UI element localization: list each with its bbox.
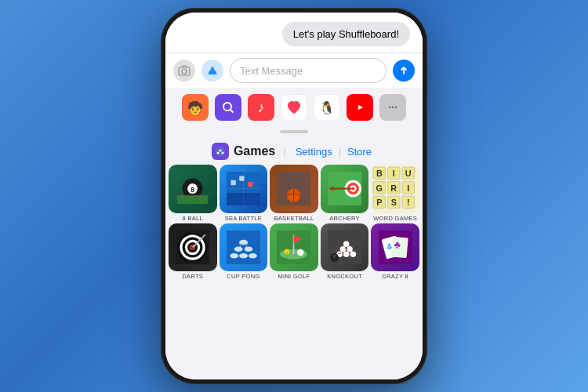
game-item-cuppong[interactable]: CUP PONG <box>220 223 268 281</box>
svg-point-75 <box>340 246 347 252</box>
game-label-archery: ARCHERY <box>329 215 360 222</box>
game-thumb-seabattle <box>220 165 268 213</box>
svg-text:I: I <box>393 169 395 178</box>
store-nav-item[interactable]: Store <box>343 146 376 158</box>
game-item-minigolf[interactable]: ★ MINI GOLF <box>270 223 318 281</box>
svg-text:S: S <box>391 198 397 207</box>
svg-point-68 <box>299 251 300 252</box>
music-app-icon[interactable]: ♪ <box>248 94 274 121</box>
svg-point-77 <box>343 241 350 247</box>
handle-bar <box>280 130 308 133</box>
game-item-knockout[interactable]: KNOCKOUT <box>321 223 369 281</box>
penguin-app-icon[interactable]: 🐧 <box>314 94 340 121</box>
svg-point-5 <box>216 152 219 154</box>
memoji-app-icon[interactable]: 🧒 <box>182 94 209 121</box>
games-title: Games <box>234 144 275 158</box>
game-item-wordgames[interactable]: B I U G R I P <box>371 165 419 222</box>
appstore-icon-btn[interactable] <box>201 60 223 82</box>
svg-text:P: P <box>377 198 383 207</box>
message-text: Let's play Shuffleboard! <box>293 28 399 40</box>
camera-icon-btn[interactable] <box>173 60 195 82</box>
svg-point-7 <box>221 152 223 154</box>
message-bubble: Let's play Shuffleboard! <box>282 22 410 46</box>
svg-point-58 <box>239 240 248 245</box>
nav-divider1: | <box>280 146 289 158</box>
game-item-archery[interactable]: ARCHERY <box>321 165 369 222</box>
game-thumb-darts <box>169 223 217 272</box>
svg-point-83 <box>334 256 336 258</box>
game-item-darts[interactable]: DARTS <box>169 223 217 281</box>
svg-text:B: B <box>376 169 383 178</box>
settings-nav-item[interactable]: Settings <box>291 146 337 158</box>
game-thumb-8ball: 8 <box>169 165 217 213</box>
svg-rect-57 <box>227 230 260 264</box>
svg-point-82 <box>335 255 336 256</box>
svg-point-76 <box>347 246 353 252</box>
more-apps-icon[interactable]: ··· <box>379 94 406 121</box>
svg-point-1 <box>182 69 187 74</box>
message-area: Let's play Shuffleboard! <box>165 13 423 53</box>
svg-rect-15 <box>230 180 235 185</box>
phone-frame: Let's play Shuffleboard! Text Message <box>161 8 427 384</box>
game-item-crazyb[interactable]: 4 ♣ CRAZY 8 <box>371 223 419 281</box>
svg-point-62 <box>239 253 248 258</box>
game-label-cuppong: CUP PONG <box>227 273 260 280</box>
svg-rect-11 <box>177 195 208 204</box>
svg-point-63 <box>249 253 257 258</box>
nav-divider2: | <box>339 146 341 158</box>
game-label-wordgames: WORD GAMES <box>373 215 417 222</box>
input-bar: Text Message <box>165 53 423 88</box>
svg-point-60 <box>244 246 252 251</box>
svg-text:G: G <box>376 183 383 193</box>
text-message-input[interactable]: Text Message <box>230 58 387 83</box>
svg-point-74 <box>350 251 357 257</box>
game-item-8ball[interactable]: 8 8 BALL <box>169 165 217 222</box>
game-item-basketball[interactable]: BASKETBALL <box>270 165 318 222</box>
game-label-8ball: 8 BALL <box>183 215 203 222</box>
svg-point-67 <box>297 249 304 256</box>
search-app-icon[interactable] <box>215 94 241 121</box>
game-label-minigolf: MINI GOLF <box>278 273 310 280</box>
svg-text:★: ★ <box>285 250 289 254</box>
game-thumb-minigolf: ★ <box>270 223 318 272</box>
svg-text:U: U <box>405 169 412 178</box>
game-label-darts: DARTS <box>182 273 203 280</box>
games-panel: Games | Settings | Store 8 <box>165 136 423 379</box>
svg-point-81 <box>332 255 334 256</box>
phone-screen: Let's play Shuffleboard! Text Message <box>165 13 423 379</box>
fitness-app-icon[interactable] <box>281 94 307 121</box>
game-thumb-cuppong <box>220 223 268 272</box>
games-grid-row1: 8 8 BALL <box>165 165 423 222</box>
game-item-seabattle[interactable]: SEA BATTLE <box>220 165 268 222</box>
svg-text:8: 8 <box>191 186 194 194</box>
send-button[interactable] <box>393 60 415 82</box>
game-label-basketball: BASKETBALL <box>274 215 314 222</box>
svg-rect-17 <box>248 182 252 187</box>
svg-point-27 <box>351 187 354 191</box>
game-thumb-knockout <box>321 223 369 272</box>
input-placeholder: Text Message <box>240 65 303 77</box>
svg-rect-21 <box>287 173 300 175</box>
games-nav: | Settings | Store <box>280 146 376 158</box>
svg-point-6 <box>219 150 221 152</box>
svg-point-59 <box>234 246 243 251</box>
svg-text:I: I <box>408 183 410 193</box>
youtube-app-icon[interactable] <box>347 94 373 121</box>
game-label-seabattle: SEA BATTLE <box>225 215 262 222</box>
games-header: Games | Settings | Store <box>165 136 423 165</box>
game-label-knockout: KNOCKOUT <box>327 273 362 280</box>
game-thumb-basketball <box>270 165 318 213</box>
svg-text:!: ! <box>407 198 410 207</box>
svg-text:R: R <box>391 183 397 193</box>
svg-point-73 <box>343 251 350 257</box>
games-logo-icon <box>212 143 229 160</box>
game-thumb-crazyb: 4 ♣ <box>371 223 419 272</box>
game-label-crazyb: CRAZY 8 <box>382 273 408 280</box>
drag-handle <box>165 127 423 136</box>
app-icons-row: 🧒 ♪ 🐧 ··· <box>165 88 423 127</box>
games-grid-row2: DARTS <box>165 223 423 281</box>
game-thumb-archery <box>321 165 369 213</box>
game-thumb-wordgames: B I U G R I P <box>371 165 419 213</box>
svg-point-61 <box>230 253 238 258</box>
